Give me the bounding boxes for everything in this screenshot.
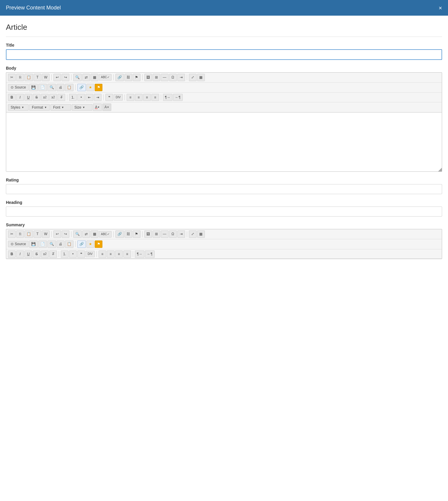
rte-special-char-button[interactable]: Ω xyxy=(169,74,177,81)
rte-maximize-button[interactable]: ⤢ xyxy=(189,74,197,81)
rte-preview-button[interactable]: 🔍 xyxy=(48,84,56,91)
rte-underline-button[interactable]: U xyxy=(24,94,32,101)
summary-rte-table-button[interactable]: ⊞ xyxy=(153,230,160,238)
summary-rte-templates-button[interactable]: 📋 xyxy=(65,240,73,248)
summary-rte-bold-button[interactable]: B xyxy=(8,250,16,258)
rte-indent2-button[interactable]: ⇥ xyxy=(94,94,102,101)
summary-rte-paste-button[interactable]: 📋 xyxy=(24,230,33,238)
rte-unordered-list-button[interactable]: • xyxy=(77,94,85,101)
rte-bidi-rtl-button[interactable]: ←¶ xyxy=(173,94,182,101)
rte-copy-button[interactable]: ⎘ xyxy=(16,74,24,81)
rte-styles-dropdown[interactable]: Styles ▼ xyxy=(8,104,29,111)
rte-star-button[interactable]: ★ xyxy=(86,84,94,91)
summary-rte-paste-word-button[interactable]: W xyxy=(42,230,50,238)
rte-subscript-button[interactable]: x2 xyxy=(41,94,49,101)
rte-replace-button[interactable]: ⇄ xyxy=(82,74,90,81)
summary-rte-anchor-button[interactable]: ⚑ xyxy=(133,230,140,238)
rte-link-button[interactable]: 🔗 xyxy=(115,74,124,81)
summary-rte-link-button[interactable]: 🔗 xyxy=(115,230,124,238)
rte-find-button[interactable]: 🔍 xyxy=(73,74,82,81)
summary-rte-replace-button[interactable]: ⇄ xyxy=(82,230,90,238)
rte-save-button[interactable]: 💾 xyxy=(29,84,38,91)
rte-size-dropdown[interactable]: Size ▼ xyxy=(72,104,92,111)
summary-rte-special-char-button[interactable]: Ω xyxy=(169,230,177,238)
summary-rte-strikethrough-button[interactable]: S xyxy=(33,250,40,258)
rte-link2-button[interactable]: 🔗 xyxy=(77,84,86,91)
rte-hr-button[interactable]: — xyxy=(161,74,169,81)
rte-show-blocks-button[interactable]: ▦ xyxy=(197,74,205,81)
rte-spell-check-button[interactable]: ABC✓ xyxy=(99,74,112,81)
summary-rte-show-blocks-button[interactable]: ▦ xyxy=(197,230,205,238)
summary-rte-align-left-button[interactable]: ≡ xyxy=(99,250,106,258)
rte-bg-color-button[interactable]: A ▼ xyxy=(102,104,111,111)
rte-paste-button[interactable]: 📋 xyxy=(24,74,33,81)
rte-table-button[interactable]: ⊞ xyxy=(153,74,160,81)
summary-rte-hr-button[interactable]: — xyxy=(161,230,169,238)
rte-format-dropdown[interactable]: Format ▼ xyxy=(29,104,50,111)
rte-unlink-button[interactable]: ⛓ xyxy=(125,74,132,81)
summary-rte-paste-text-button[interactable]: T xyxy=(34,230,41,238)
rte-paste-text-button[interactable]: T xyxy=(34,74,41,81)
rte-select-all-button[interactable]: ▦ xyxy=(91,74,98,81)
rte-remove-format-button[interactable]: T xyxy=(58,94,65,101)
summary-rte-source-button[interactable]: ⊙ Source xyxy=(8,241,29,247)
rte-blockquote-button[interactable]: ❝ xyxy=(105,94,113,101)
summary-rte-div-button[interactable]: DIV xyxy=(86,251,95,257)
rte-undo-button[interactable]: ↩ xyxy=(53,74,61,81)
summary-rte-italic-button[interactable]: I xyxy=(16,250,24,258)
summary-rte-spell-check-button[interactable]: ABC✓ xyxy=(99,231,112,238)
summary-rte-remove-format-button[interactable]: T xyxy=(49,250,57,258)
rte-align-justify-button[interactable]: ≡ xyxy=(151,94,159,101)
rte-align-center-button[interactable]: ≡ xyxy=(135,94,143,101)
rte-source-button[interactable]: ⊙ Source xyxy=(8,84,29,91)
summary-rte-blockquote-button[interactable]: ❝ xyxy=(77,250,85,258)
summary-rte-ordered-list-button[interactable]: 1. xyxy=(61,250,68,258)
modal-close-button[interactable]: × xyxy=(439,5,442,11)
summary-rte-star-button[interactable]: ★ xyxy=(86,240,94,248)
rte-indent-button[interactable]: ⇥ xyxy=(177,74,185,81)
rte-flag-button[interactable]: ⚑ xyxy=(95,84,102,91)
summary-rte-maximize-button[interactable]: ⤢ xyxy=(189,230,197,238)
summary-rte-print-button[interactable]: 🖨 xyxy=(57,240,64,248)
summary-rte-image-button[interactable]: 🖼 xyxy=(144,230,152,238)
rte-redo-button[interactable]: ↪ xyxy=(62,74,69,81)
summary-rte-align-justify-button[interactable]: ≡ xyxy=(123,250,131,258)
rte-bidi-ltr-button[interactable]: ¶→ xyxy=(163,94,172,101)
rte-div-button[interactable]: DIV xyxy=(114,94,123,101)
rte-resize-handle[interactable] xyxy=(438,168,442,171)
summary-rte-underline-button[interactable]: U xyxy=(24,250,32,258)
rte-new-page-button[interactable]: 📄 xyxy=(38,84,47,91)
rte-align-right-button[interactable]: ≡ xyxy=(143,94,151,101)
title-input[interactable] xyxy=(6,49,442,60)
summary-rte-cut-button[interactable]: ✂ xyxy=(8,230,16,238)
rte-strikethrough-button[interactable]: S xyxy=(33,94,40,101)
rating-input[interactable] xyxy=(6,184,442,194)
rte-bold-button[interactable]: B xyxy=(8,94,16,101)
summary-rte-link2-button[interactable]: 🔗 xyxy=(77,240,86,248)
summary-rte-find-button[interactable]: 🔍 xyxy=(73,230,82,238)
summary-rte-bidi-ltr-button[interactable]: ¶→ xyxy=(135,250,144,258)
rte-cut-button[interactable]: ✂ xyxy=(8,74,16,81)
summary-rte-new-page-button[interactable]: 📄 xyxy=(38,240,47,248)
summary-rte-select-all-button[interactable]: ▦ xyxy=(91,230,98,238)
summary-rte-subscript-button[interactable]: x2 xyxy=(41,250,49,258)
rte-body-content-area[interactable] xyxy=(6,112,442,171)
heading-input[interactable] xyxy=(6,207,442,217)
summary-rte-copy-button[interactable]: ⎘ xyxy=(16,230,24,238)
summary-rte-undo-button[interactable]: ↩ xyxy=(53,230,61,238)
rte-image-button[interactable]: 🖼 xyxy=(144,74,152,81)
summary-rte-redo-button[interactable]: ↪ xyxy=(62,230,69,238)
summary-rte-align-right-button[interactable]: ≡ xyxy=(115,250,123,258)
rte-font-color-button[interactable]: A ▼ xyxy=(93,104,102,111)
summary-rte-align-center-button[interactable]: ≡ xyxy=(107,250,115,258)
summary-rte-bidi-rtl-button[interactable]: ←¶ xyxy=(145,250,154,258)
rte-ordered-list-button[interactable]: 1. xyxy=(69,94,77,101)
rte-font-dropdown[interactable]: Font ▼ xyxy=(50,104,71,111)
rte-templates-button[interactable]: 📋 xyxy=(65,84,73,91)
summary-rte-save-button[interactable]: 💾 xyxy=(29,240,38,248)
rte-paste-word-button[interactable]: W xyxy=(42,74,50,81)
rte-align-left-button[interactable]: ≡ xyxy=(127,94,134,101)
summary-rte-unordered-list-button[interactable]: • xyxy=(69,250,77,258)
summary-rte-indent-button[interactable]: ⇥ xyxy=(177,230,185,238)
summary-rte-preview-button[interactable]: 🔍 xyxy=(48,240,56,248)
